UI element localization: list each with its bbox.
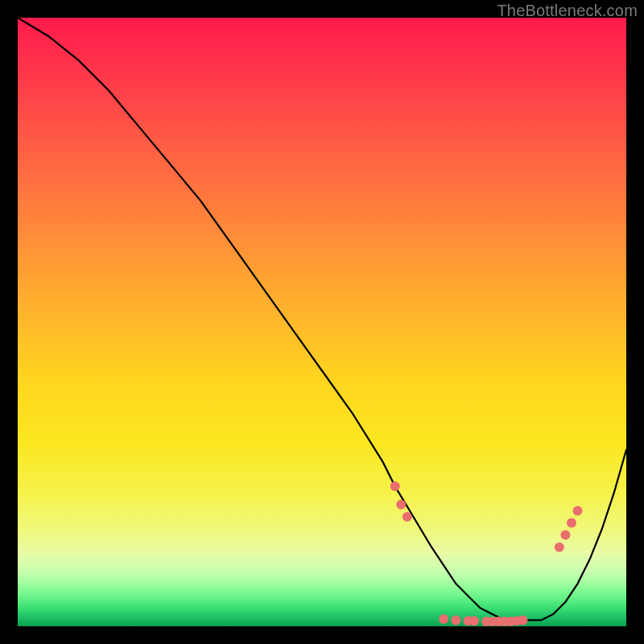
data-point bbox=[560, 530, 570, 540]
data-point bbox=[390, 481, 400, 491]
data-point bbox=[469, 616, 479, 625]
data-markers bbox=[390, 481, 583, 626]
data-point bbox=[567, 518, 576, 528]
data-point bbox=[402, 512, 412, 522]
data-point bbox=[555, 543, 564, 552]
watermark-text: TheBottleneck.com bbox=[497, 2, 638, 20]
chart-svg bbox=[18, 18, 626, 626]
data-point bbox=[573, 506, 583, 515]
data-point bbox=[518, 615, 528, 625]
chart-stage: TheBottleneck.com bbox=[0, 0, 644, 644]
data-point bbox=[451, 615, 460, 625]
data-point bbox=[439, 614, 448, 624]
plot-area bbox=[18, 18, 626, 626]
data-point bbox=[396, 500, 406, 510]
bottleneck-curve bbox=[18, 18, 626, 620]
